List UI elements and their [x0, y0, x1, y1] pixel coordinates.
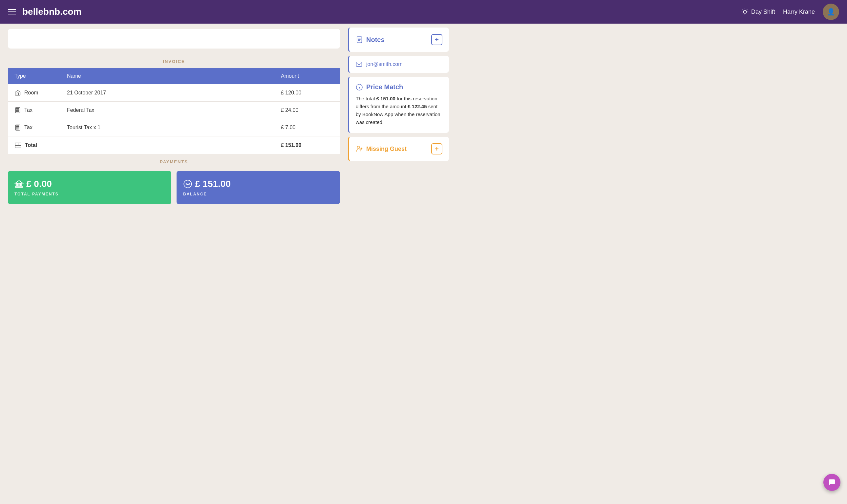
- chat-button[interactable]: [823, 474, 841, 491]
- price-match-card: Price Match The total £ 151.00 for this …: [348, 77, 449, 133]
- notes-icon: [356, 36, 363, 43]
- name-cell-tax2: Tourist Tax x 1: [60, 119, 274, 137]
- svg-point-21: [19, 128, 19, 128]
- menu-button[interactable]: [8, 9, 16, 14]
- svg-rect-29: [16, 183, 17, 186]
- total-type-cell: Total: [8, 137, 60, 155]
- calculator-icon: [14, 107, 21, 113]
- type-cell: Tax: [8, 102, 60, 119]
- notes-card: Notes +: [348, 28, 449, 52]
- total-row: Total £ 151.00: [8, 137, 340, 155]
- svg-point-33: [184, 180, 191, 187]
- svg-rect-25: [15, 143, 18, 145]
- svg-point-13: [19, 110, 19, 111]
- name-cell-tax1: Federal Tax: [60, 102, 274, 119]
- balance-amount: £ 151.00: [183, 179, 333, 189]
- info-icon: [356, 84, 363, 91]
- balance-card: £ 151.00 BALANCE: [176, 171, 340, 204]
- invoice-table: Type Name Amount Room: [8, 68, 340, 154]
- missing-guest-add-button[interactable]: +: [431, 143, 443, 155]
- svg-point-16: [19, 111, 19, 112]
- notes-header: Notes +: [356, 34, 443, 45]
- price-match-text: The total £ 151.00 for this reservation …: [356, 95, 443, 126]
- app-logo: bellebnb.com: [22, 6, 81, 17]
- svg-rect-18: [16, 126, 19, 127]
- price-match-title: Price Match: [356, 83, 443, 91]
- balance-icon: [183, 179, 192, 188]
- price-match-amount2: £ 122.45: [408, 104, 427, 109]
- missing-guest-card: Missing Guest +: [348, 137, 449, 161]
- header: bellebnb.com Day Shift Harry Krane 👤: [0, 0, 847, 24]
- header-right: Day Shift Harry Krane 👤: [741, 4, 839, 20]
- price-match-amount1: £ 151.00: [376, 96, 395, 101]
- svg-point-15: [17, 111, 18, 112]
- svg-point-24: [19, 128, 19, 129]
- user-name: Harry Krane: [783, 8, 815, 15]
- right-panel: Notes + jon@smith.com Price Match: [348, 24, 453, 212]
- table-row: Room 21 October 2017 £ 120.00: [8, 84, 340, 102]
- sun-icon: [741, 8, 748, 15]
- main-layout: INVOICE Type Name Amount: [0, 24, 847, 212]
- email-card: jon@smith.com: [348, 56, 449, 73]
- avatar[interactable]: 👤: [823, 4, 839, 20]
- left-panel: INVOICE Type Name Amount: [0, 24, 348, 212]
- type-cell: Tax: [8, 119, 60, 137]
- bank-icon: [14, 179, 24, 188]
- svg-point-19: [16, 128, 17, 128]
- svg-rect-32: [21, 183, 21, 186]
- balance-label: BALANCE: [183, 192, 333, 196]
- svg-point-0: [743, 10, 746, 13]
- total-payments-label: TOTAL PAYMENTS: [14, 192, 165, 196]
- svg-point-20: [17, 128, 18, 128]
- svg-rect-27: [15, 146, 21, 148]
- notes-add-button[interactable]: +: [431, 34, 443, 45]
- svg-point-22: [16, 128, 17, 129]
- svg-point-14: [16, 111, 17, 112]
- amount-cell-room: £ 120.00: [274, 84, 340, 102]
- shift-label: Day Shift: [751, 8, 775, 15]
- missing-guest-title: Missing Guest: [356, 145, 407, 152]
- table-row: Tax Tourist Tax x 1 £ 7.00: [8, 119, 340, 137]
- payments-section-label: PAYMENTS: [8, 154, 340, 168]
- svg-point-11: [16, 110, 17, 111]
- shift-indicator[interactable]: Day Shift: [741, 8, 775, 15]
- total-payments-card: £ 0.00 TOTAL PAYMENTS: [8, 171, 171, 204]
- svg-line-3: [743, 10, 743, 10]
- svg-rect-30: [17, 183, 18, 186]
- total-icon: [14, 142, 22, 149]
- svg-rect-39: [357, 62, 362, 66]
- name-cell-room: 21 October 2017: [60, 84, 274, 102]
- invoice-section-label: INVOICE: [8, 54, 340, 68]
- notes-title: Notes: [356, 36, 385, 43]
- home-icon: [14, 90, 21, 96]
- top-bar: [8, 29, 340, 49]
- total-payments-amount: £ 0.00: [14, 179, 165, 189]
- svg-rect-26: [18, 143, 21, 145]
- svg-point-23: [17, 128, 18, 129]
- svg-rect-35: [357, 37, 362, 43]
- calculator-icon-2: [14, 124, 21, 131]
- amount-cell-tax1: £ 24.00: [274, 102, 340, 119]
- type-cell: Room: [8, 84, 60, 102]
- payments-row: £ 0.00 TOTAL PAYMENTS £ 151.00 BALANCE: [8, 171, 340, 204]
- amount-cell-tax2: £ 7.00: [274, 119, 340, 137]
- col-header-type: Type: [8, 68, 60, 84]
- missing-guest-icon: [356, 145, 363, 152]
- svg-rect-10: [16, 108, 19, 109]
- email-value[interactable]: jon@smith.com: [366, 61, 403, 67]
- svg-rect-31: [19, 183, 20, 186]
- chat-icon: [828, 479, 836, 486]
- svg-point-43: [357, 146, 360, 148]
- total-name-cell: [60, 137, 274, 155]
- table-row: Tax Federal Tax £ 24.00: [8, 102, 340, 119]
- total-amount-cell: £ 151.00: [274, 137, 340, 155]
- email-icon: [356, 61, 362, 68]
- svg-point-12: [17, 110, 18, 111]
- col-header-name: Name: [60, 68, 274, 84]
- col-header-amount: Amount: [274, 68, 340, 84]
- table-header-row: Type Name Amount: [8, 68, 340, 84]
- svg-line-7: [743, 14, 743, 14]
